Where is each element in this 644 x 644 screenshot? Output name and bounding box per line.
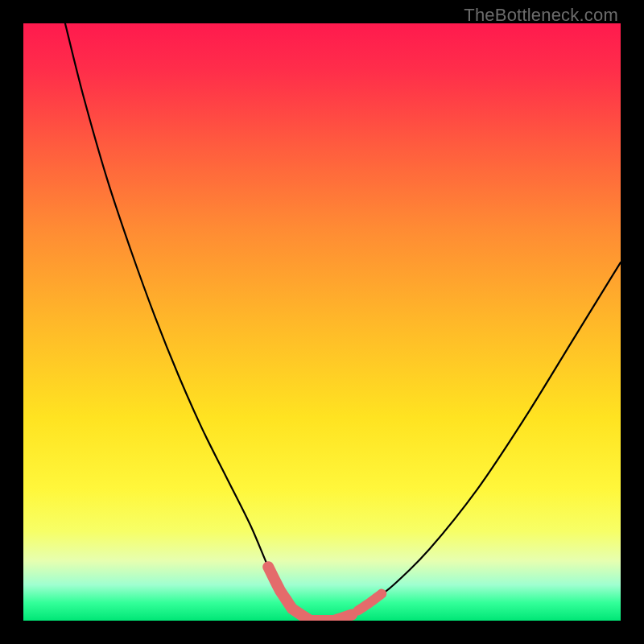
chart-frame: TheBottleneck.com xyxy=(0,0,644,644)
trough-markers xyxy=(268,567,382,621)
plot-area xyxy=(23,23,621,621)
trough-marker-flat xyxy=(304,615,352,621)
trough-marker-right xyxy=(358,594,382,611)
curve-layer xyxy=(23,23,621,621)
watermark-text: TheBottleneck.com xyxy=(464,5,618,26)
bottleneck-curve xyxy=(65,23,621,621)
